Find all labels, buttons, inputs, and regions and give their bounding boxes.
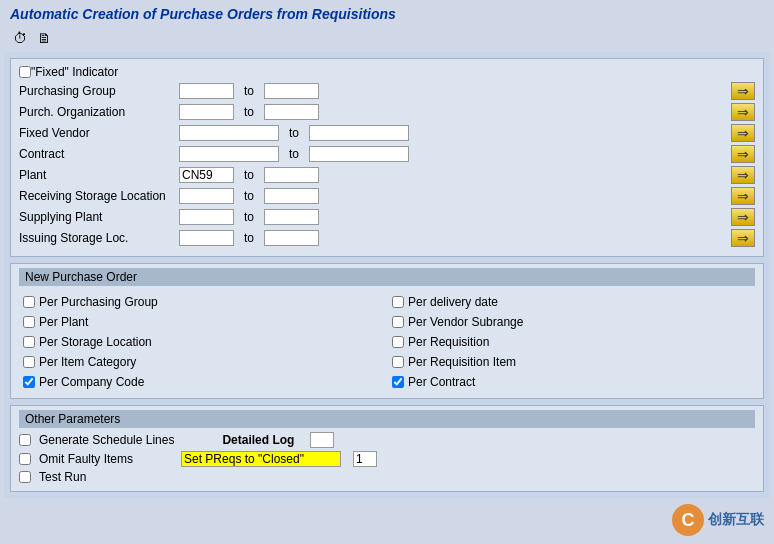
per-requisition-item-item: Per Requisition Item [392,352,751,372]
purch-org-to[interactable] [264,104,319,120]
recv-storage-label: Receiving Storage Location [19,189,179,203]
set-preqs-value-field[interactable] [353,451,377,467]
issuing-storage-to[interactable] [264,230,319,246]
plant-arrow[interactable]: ⇒ [731,166,755,184]
recv-storage-from[interactable] [179,188,234,204]
issuing-storage-from[interactable] [179,230,234,246]
purchasing-group-row: Purchasing Group to ⇒ [19,82,755,100]
supplying-plant-to[interactable] [264,209,319,225]
watermark: C 创新互联 [672,504,764,536]
generate-schedule-checkbox[interactable] [19,434,31,446]
per-purchasing-group-item: Per Purchasing Group [23,292,382,312]
contract-arrow[interactable]: ⇒ [731,145,755,163]
to-label-7: to [234,210,264,224]
per-storage-location-checkbox[interactable] [23,336,35,348]
purchasing-group-label: Purchasing Group [19,84,179,98]
purch-org-row: Purch. Organization to ⇒ [19,103,755,121]
supplying-plant-row: Supplying Plant to ⇒ [19,208,755,226]
supplying-plant-label: Supplying Plant [19,210,179,224]
issuing-storage-label: Issuing Storage Loc. [19,231,179,245]
fixed-vendor-arrow[interactable]: ⇒ [731,124,755,142]
contract-label: Contract [19,147,179,161]
other-params-header: Other Parameters [19,410,755,428]
purch-org-from[interactable] [179,104,234,120]
generate-schedule-label: Generate Schedule Lines [39,433,174,447]
per-plant-checkbox[interactable] [23,316,35,328]
per-delivery-date-label: Per delivery date [408,295,498,309]
omit-faulty-label: Omit Faulty Items [39,452,133,466]
per-storage-location-item: Per Storage Location [23,332,382,352]
purchasing-group-from[interactable] [179,83,234,99]
main-content: "Fixed" Indicator Purchasing Group to ⇒ … [4,52,770,498]
per-delivery-date-checkbox[interactable] [392,296,404,308]
fixed-indicator-checkbox[interactable] [19,66,31,78]
watermark-text: 创新互联 [708,511,764,529]
filter-form: "Fixed" Indicator Purchasing Group to ⇒ … [10,58,764,257]
purch-org-label: Purch. Organization [19,105,179,119]
recv-storage-row: Receiving Storage Location to ⇒ [19,187,755,205]
to-label-5: to [234,168,264,182]
recv-storage-to[interactable] [264,188,319,204]
recv-storage-arrow[interactable]: ⇒ [731,187,755,205]
per-vendor-subrange-label: Per Vendor Subrange [408,315,523,329]
detailed-log-field[interactable] [310,432,334,448]
issuing-storage-arrow[interactable]: ⇒ [731,229,755,247]
omit-faulty-row: Omit Faulty Items [19,451,755,467]
per-plant-item: Per Plant [23,312,382,332]
fixed-vendor-to[interactable] [309,125,409,141]
plant-label: Plant [19,168,179,182]
new-po-left-options: Per Purchasing Group Per Plant Per Stora… [23,292,382,392]
per-vendor-subrange-checkbox[interactable] [392,316,404,328]
omit-faulty-checkbox[interactable] [19,453,31,465]
fixed-vendor-row: Fixed Vendor to ⇒ [19,124,755,142]
per-company-code-checkbox[interactable] [23,376,35,388]
per-requisition-item-label: Per Requisition Item [408,355,516,369]
copy-icon[interactable]: 🗎 [34,28,54,48]
per-delivery-date-item: Per delivery date [392,292,751,312]
per-item-category-checkbox[interactable] [23,356,35,368]
set-preqs-closed-field[interactable] [181,451,341,467]
purch-org-arrow[interactable]: ⇒ [731,103,755,121]
watermark-logo: C [672,504,704,536]
per-vendor-subrange-item: Per Vendor Subrange [392,312,751,332]
per-item-category-item: Per Item Category [23,352,382,372]
clock-icon[interactable]: ⏱ [10,28,30,48]
new-po-section: New Purchase Order Per Purchasing Group … [10,263,764,399]
purchasing-group-to[interactable] [264,83,319,99]
per-contract-label: Per Contract [408,375,475,389]
to-label-2: to [234,105,264,119]
per-contract-checkbox[interactable] [392,376,404,388]
page-title: Automatic Creation of Purchase Orders fr… [0,0,774,26]
per-purchasing-group-checkbox[interactable] [23,296,35,308]
per-purchasing-group-label: Per Purchasing Group [39,295,158,309]
fixed-vendor-from[interactable] [179,125,279,141]
plant-to[interactable] [264,167,319,183]
to-label-4: to [279,147,309,161]
test-run-row: Test Run [19,470,755,484]
to-label-3: to [279,126,309,140]
plant-row: Plant to ⇒ [19,166,755,184]
per-contract-item: Per Contract [392,372,751,392]
per-requisition-checkbox[interactable] [392,336,404,348]
new-po-right-options: Per delivery date Per Vendor Subrange Pe… [392,292,751,392]
to-label-1: to [234,84,264,98]
plant-from[interactable] [179,167,234,183]
per-storage-location-label: Per Storage Location [39,335,152,349]
test-run-label: Test Run [39,470,86,484]
purchasing-group-arrow[interactable]: ⇒ [731,82,755,100]
fixed-indicator-row: "Fixed" Indicator [19,65,755,79]
toolbar: ⏱ 🗎 [0,26,774,52]
supplying-plant-arrow[interactable]: ⇒ [731,208,755,226]
contract-to[interactable] [309,146,409,162]
supplying-plant-from[interactable] [179,209,234,225]
issuing-storage-row: Issuing Storage Loc. to ⇒ [19,229,755,247]
detailed-log-label: Detailed Log [222,433,294,447]
per-requisition-item-checkbox[interactable] [392,356,404,368]
contract-from[interactable] [179,146,279,162]
per-requisition-label: Per Requisition [408,335,489,349]
test-run-checkbox[interactable] [19,471,31,483]
fixed-indicator-label: "Fixed" Indicator [31,65,118,79]
fixed-vendor-label: Fixed Vendor [19,126,179,140]
new-po-header: New Purchase Order [19,268,755,286]
per-company-code-label: Per Company Code [39,375,144,389]
